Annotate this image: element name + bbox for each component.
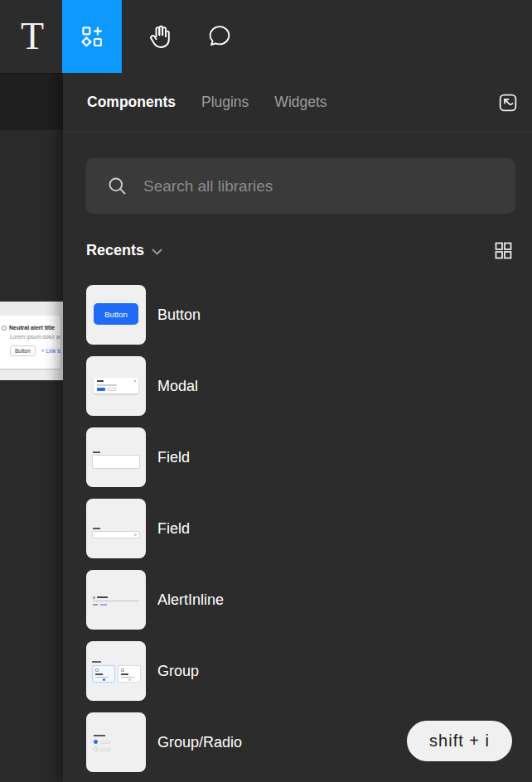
hand-tool-button[interactable] xyxy=(130,0,190,73)
alert-title: Neutral alert title xyxy=(9,325,55,331)
assets-tool-button[interactable] xyxy=(62,0,122,73)
component-label: Button xyxy=(157,307,201,324)
list-item[interactable]: Field xyxy=(86,499,532,558)
component-thumbnail xyxy=(86,641,146,701)
mini-input xyxy=(92,531,140,538)
recents-title[interactable]: Recents xyxy=(86,242,144,259)
mini-card xyxy=(118,665,141,683)
canvas-dark-frame xyxy=(0,73,63,130)
search-bar[interactable] xyxy=(85,158,515,214)
mini-radio-selected xyxy=(94,740,98,744)
alert-button: Button xyxy=(10,345,36,356)
search-icon xyxy=(106,175,128,197)
panel-tabs: Components Plugins Widgets xyxy=(87,94,327,111)
comment-icon xyxy=(206,22,234,51)
mini-radio-unselected xyxy=(94,747,98,751)
component-label: Group/Radio xyxy=(157,734,242,751)
mini-input xyxy=(92,455,140,469)
alert-link: + Link text xyxy=(41,348,60,354)
list-item[interactable]: Group xyxy=(86,641,532,701)
component-label: AlertInline xyxy=(157,591,224,609)
tab-widgets[interactable]: Widgets xyxy=(274,94,326,111)
component-thumbnail: Button xyxy=(86,285,146,345)
component-thumbnail xyxy=(86,570,146,630)
recents-header: Recents xyxy=(86,240,514,261)
mini-modal xyxy=(94,378,138,393)
grid-view-button[interactable] xyxy=(493,240,514,261)
text-tool-icon: T xyxy=(21,17,44,56)
component-label: Field xyxy=(157,520,190,538)
component-thumbnail xyxy=(86,427,146,487)
canvas-alert-frame: Neutral alert title Lorem ipsum dolor am… xyxy=(0,302,63,380)
popout-panel-button[interactable] xyxy=(496,90,520,115)
toolbar: T xyxy=(0,0,532,73)
component-thumbnail xyxy=(86,712,146,772)
panel-header: Components Plugins Widgets xyxy=(63,73,532,133)
list-item[interactable]: Modal xyxy=(86,356,532,416)
shortcut-hint-pill: shift + i xyxy=(407,721,512,761)
shortcut-hint-text: shift + i xyxy=(429,731,490,751)
list-item[interactable]: Field xyxy=(86,427,532,487)
tab-components[interactable]: Components xyxy=(87,94,176,111)
canvas-alert-card: Neutral alert title Lorem ipsum dolor am… xyxy=(0,316,60,369)
comment-tool-button[interactable] xyxy=(190,0,249,73)
component-thumbnail xyxy=(86,499,146,558)
assets-icon xyxy=(78,22,106,51)
text-tool-button[interactable]: T xyxy=(2,0,62,73)
chevron-down-icon[interactable] xyxy=(152,249,162,256)
popout-icon xyxy=(496,91,520,114)
canvas-area: Neutral alert title Lorem ipsum dolor am… xyxy=(0,73,63,782)
component-label: Modal xyxy=(157,378,198,395)
component-label: Field xyxy=(157,449,190,466)
components-panel: Components Plugins Widgets Recents xyxy=(63,73,532,782)
mini-card xyxy=(92,665,115,683)
components-list: ButtonButtonModalFieldFieldAlertInlineGr… xyxy=(86,285,532,772)
tab-plugins[interactable]: Plugins xyxy=(201,94,249,111)
info-icon xyxy=(2,326,7,331)
grid-view-icon xyxy=(493,240,514,261)
list-item[interactable]: ButtonButton xyxy=(86,285,532,345)
component-label: Group xyxy=(157,663,199,680)
alert-body-text: Lorem ipsum dolor amet consec xyxy=(10,334,60,340)
hand-icon xyxy=(145,22,175,51)
list-item[interactable]: AlertInline xyxy=(86,570,532,630)
mini-button: Button xyxy=(94,303,138,325)
component-thumbnail xyxy=(86,356,146,416)
search-input[interactable] xyxy=(143,177,499,196)
